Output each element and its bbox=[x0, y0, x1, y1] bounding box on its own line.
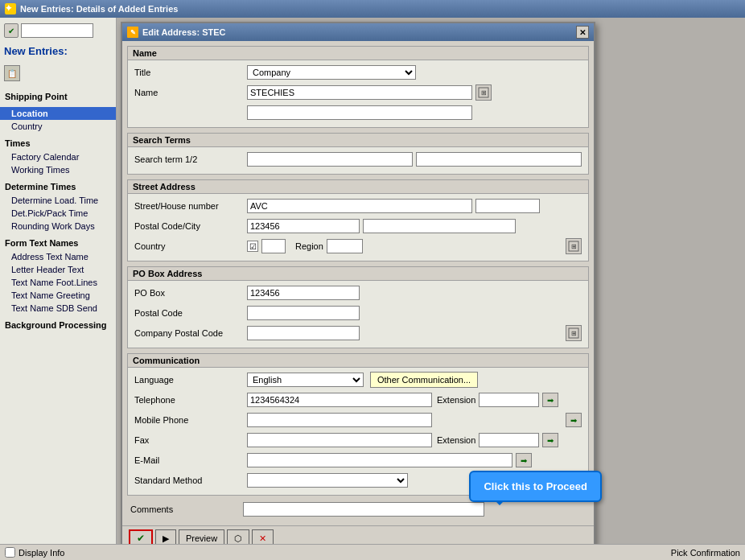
telephone-row: Telephone Extension ➡ bbox=[134, 391, 582, 409]
search-terms-header: Search Terms bbox=[128, 134, 588, 147]
fax-input[interactable] bbox=[247, 433, 432, 447]
fax-ext-input[interactable] bbox=[479, 433, 539, 447]
city-input[interactable] bbox=[363, 219, 516, 233]
telephone-arrow-btn[interactable]: ➡ bbox=[542, 393, 558, 407]
country-checkbox[interactable]: ☑ bbox=[247, 241, 258, 252]
sidebar-header-form-text[interactable]: Form Text Names bbox=[0, 236, 116, 250]
sidebar-new-icon[interactable]: 📋 bbox=[4, 65, 20, 81]
country-row: Country ☑ Region ⊞ bbox=[134, 237, 582, 255]
sidebar-header-background[interactable]: Background Processing bbox=[0, 318, 116, 332]
std-method-select[interactable] bbox=[247, 473, 408, 488]
dialog-body: Name Title Company Name bbox=[122, 41, 594, 525]
main-title-icon: ✦ bbox=[5, 3, 16, 14]
name-input-2[interactable] bbox=[247, 105, 472, 120]
email-row: E-Mail ➡ bbox=[134, 451, 582, 469]
sidebar-header-times[interactable]: Times bbox=[0, 136, 116, 150]
sidebar-item-address-text[interactable]: Address Text Name bbox=[0, 250, 116, 263]
postal-code-input[interactable] bbox=[247, 219, 360, 233]
company-postal-input[interactable] bbox=[247, 326, 360, 340]
company-postal-label: Company Postal Code bbox=[134, 328, 247, 338]
search-term-row: Search term 1/2 bbox=[134, 150, 582, 168]
country-input[interactable] bbox=[261, 239, 286, 253]
dialog-close-button[interactable]: ✕ bbox=[576, 26, 589, 39]
telephone-ext-input[interactable] bbox=[479, 393, 539, 407]
language-row: Language English Other Communication... bbox=[134, 371, 582, 389]
po-postal-input[interactable] bbox=[247, 306, 360, 320]
sidebar-item-rounding-work[interactable]: Rounding Work Days bbox=[0, 220, 116, 233]
po-box-row: PO Box bbox=[134, 284, 582, 302]
sidebar-header-determine-times[interactable]: Determine Times bbox=[0, 179, 116, 194]
po-postal-label: Postal Code bbox=[134, 308, 247, 318]
sidebar-search-input[interactable] bbox=[21, 23, 93, 38]
search-term-input-1[interactable] bbox=[247, 152, 413, 167]
fax-arrow-btn[interactable]: ➡ bbox=[542, 433, 558, 447]
main-content: ✎ Edit Address: STEC ✕ Name Title bbox=[117, 18, 745, 560]
sidebar-header-shipping[interactable]: Shipping Point bbox=[0, 89, 116, 104]
sidebar-section-times: Times Factory Calendar Working Times bbox=[0, 134, 116, 178]
sidebar-item-greeting[interactable]: Text Name Greeting bbox=[0, 289, 116, 302]
po-box-map-icon[interactable]: ⊞ bbox=[566, 325, 582, 341]
dialog-overlay: ✎ Edit Address: STEC ✕ Name Title bbox=[117, 18, 745, 560]
street-input[interactable] bbox=[247, 199, 472, 213]
fax-ext-label: Extension bbox=[437, 435, 475, 445]
country-map-icon[interactable]: ⊞ bbox=[566, 238, 582, 254]
sidebar-check-icon[interactable]: ✔ bbox=[4, 23, 19, 38]
display-info-check[interactable] bbox=[5, 547, 15, 558]
email-input[interactable] bbox=[247, 453, 512, 467]
name-map-icon[interactable]: ⊞ bbox=[475, 84, 492, 101]
fax-label: Fax bbox=[134, 435, 247, 445]
sidebar-item-factory-calendar[interactable]: Factory Calendar bbox=[0, 150, 116, 163]
telephone-ext-label: Extension bbox=[437, 395, 475, 405]
sidebar-item-working-times[interactable]: Working Times bbox=[0, 163, 116, 176]
name-label: Name bbox=[134, 88, 247, 97]
title-row: Title Company bbox=[134, 64, 582, 81]
svg-text:⊞: ⊞ bbox=[571, 330, 577, 337]
dialog-title-text: Edit Address: STEC bbox=[142, 27, 226, 37]
title-select[interactable]: Company bbox=[247, 65, 416, 80]
country-field-label: Country bbox=[134, 241, 247, 251]
sidebar-toolbar: ✔ bbox=[0, 21, 116, 40]
std-method-label: Standard Method bbox=[134, 476, 247, 485]
mobile-input[interactable] bbox=[247, 413, 432, 427]
main-title-text: New Entries: Details of Added Entries bbox=[20, 4, 178, 14]
name-row-2 bbox=[134, 104, 582, 121]
email-arrow-btn[interactable]: ➡ bbox=[516, 453, 532, 467]
sidebar-item-determine-load[interactable]: Determine Load. Time bbox=[0, 194, 116, 207]
fax-row: Fax Extension ➡ bbox=[134, 431, 582, 449]
dialog-title-icon: ✎ bbox=[127, 27, 138, 38]
comments-row: Comments bbox=[127, 500, 589, 518]
sidebar-item-letter-header[interactable]: Letter Header Text bbox=[0, 263, 116, 276]
street-address-body: Street/House number Postal Code/City Cou bbox=[128, 194, 588, 261]
pick-confirmation-label: Pick Confirmation bbox=[671, 548, 740, 558]
telephone-label: Telephone bbox=[134, 395, 247, 405]
po-box-body: PO Box Postal Code Company Postal Code bbox=[128, 281, 588, 348]
po-box-header: PO Box Address bbox=[128, 267, 588, 281]
mobile-label: Mobile Phone bbox=[134, 415, 247, 425]
language-select[interactable]: English bbox=[247, 373, 364, 387]
house-number-input[interactable] bbox=[475, 199, 540, 213]
mobile-row: Mobile Phone ➡ bbox=[134, 411, 582, 429]
region-input[interactable] bbox=[327, 239, 363, 253]
telephone-input[interactable] bbox=[247, 393, 432, 407]
mobile-arrow-btn[interactable]: ➡ bbox=[566, 413, 582, 427]
sidebar-item-sdb-send[interactable]: Text Name SDB Send bbox=[0, 302, 116, 315]
sidebar-item-country[interactable]: Country bbox=[0, 120, 116, 133]
title-label: Title bbox=[134, 68, 247, 77]
sidebar-item-foot-lines[interactable]: Text Name Foot.Lines bbox=[0, 276, 116, 289]
search-terms-section: Search Terms Search term 1/2 bbox=[127, 133, 589, 175]
sidebar-header-location[interactable]: Location bbox=[0, 107, 116, 120]
comments-label: Comments bbox=[130, 504, 243, 514]
callout-tooltip: Click this to Proceed bbox=[469, 471, 602, 502]
po-box-section: PO Box Address PO Box Postal Code bbox=[127, 266, 589, 348]
name-input-1[interactable] bbox=[247, 85, 472, 100]
sidebar-section-determine-times: Determine Times Determine Load. Time Det… bbox=[0, 178, 116, 234]
company-postal-row: Company Postal Code ⊞ bbox=[134, 324, 582, 342]
sidebar-item-det-pick-pack[interactable]: Det.Pick/Pack Time bbox=[0, 207, 116, 220]
po-box-label: PO Box bbox=[134, 288, 247, 298]
display-info-checkbox[interactable]: Display Info bbox=[5, 547, 64, 558]
other-communication-button[interactable]: Other Communication... bbox=[370, 372, 478, 388]
comments-input[interactable] bbox=[243, 502, 484, 517]
status-bar: Display Info Pick Confirmation bbox=[0, 544, 745, 560]
search-term-input-2[interactable] bbox=[416, 152, 582, 167]
po-box-input[interactable] bbox=[247, 286, 360, 300]
